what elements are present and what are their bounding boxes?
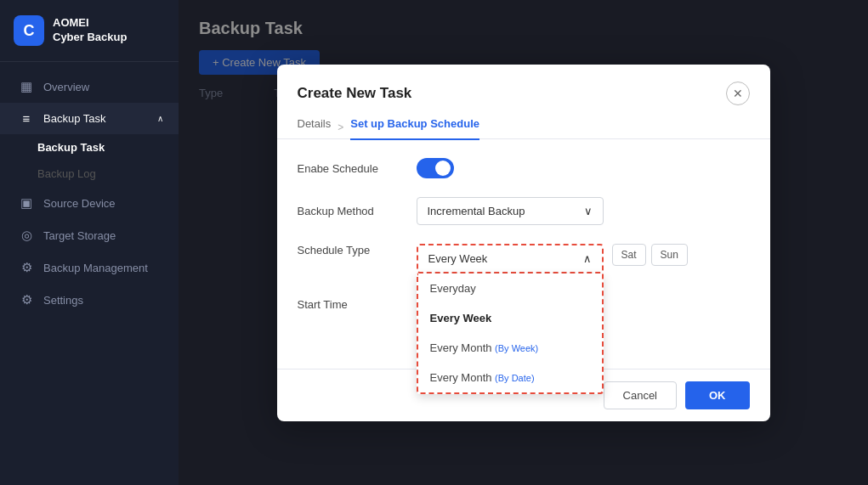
sidebar-logo: C AOMEI Cyber Backup <box>0 0 179 62</box>
backup-method-control: Incremental Backup ∨ <box>417 197 750 225</box>
nav-items: ▦ Overview ≡ Backup Task ∧ Backup Task B… <box>0 62 179 485</box>
tab-details[interactable]: Details <box>298 117 332 140</box>
tab-setup-backup-schedule[interactable]: Set up Backup Schedule <box>350 117 479 140</box>
day-sat-button[interactable]: Sat <box>612 244 646 266</box>
backup-task-icon: ≡ <box>18 111 35 126</box>
sidebar-item-backup-management[interactable]: ⚙ Backup Management <box>0 251 179 284</box>
sidebar-item-backup-log-sub: Backup Log <box>37 161 179 187</box>
settings-icon: ⚙ <box>18 292 35 307</box>
schedule-type-menu: Everyday Every Week Every Month (By Week… <box>417 274 604 394</box>
backup-management-icon: ⚙ <box>18 260 35 275</box>
backup-method-value: Incremental Backup <box>428 205 525 217</box>
start-time-label: Start Time <box>298 298 417 311</box>
option-every-month-by-week[interactable]: Every Month (By Week) <box>418 333 602 363</box>
option-every-month-by-date[interactable]: Every Month (By Date) <box>418 363 602 392</box>
dialog-title: Create New Task <box>298 85 412 102</box>
schedule-type-dropdown[interactable]: Every Week ∧ <box>417 244 604 274</box>
dialog-overlay: Create New Task ✕ Details > Set up Backu… <box>179 0 868 485</box>
enable-schedule-row: Enabe Schedule <box>298 158 750 178</box>
ok-button[interactable]: OK <box>685 381 750 409</box>
sidebar: C AOMEI Cyber Backup ▦ Overview ≡ Backup… <box>0 0 179 485</box>
target-storage-icon: ◎ <box>18 228 35 243</box>
enable-schedule-toggle[interactable] <box>417 158 454 178</box>
dialog-tabs: Details > Set up Backup Schedule <box>277 105 770 140</box>
sidebar-item-settings[interactable]: ⚙ Settings <box>0 284 179 316</box>
schedule-type-value: Every Week <box>428 252 488 265</box>
dropdown-chevron-icon: ∨ <box>584 205 593 217</box>
sidebar-item-source-device[interactable]: ▣ Source Device <box>0 187 179 219</box>
sidebar-item-backup-task[interactable]: ≡ Backup Task ∧ <box>0 103 179 134</box>
source-device-icon: ▣ <box>18 195 35 211</box>
backup-method-label: Backup Method <box>298 205 417 217</box>
app-logo-icon: C <box>14 15 44 46</box>
day-sun-button[interactable]: Sun <box>651 244 688 266</box>
day-buttons: Sat Sun <box>612 244 688 266</box>
enable-schedule-label: Enabe Schedule <box>298 162 417 175</box>
schedule-chevron-icon: ∧ <box>583 252 592 265</box>
schedule-type-row: Schedule Type Every Week ∧ Everyday Ever… <box>298 244 750 274</box>
create-task-dialog: Create New Task ✕ Details > Set up Backu… <box>277 65 770 421</box>
sidebar-item-overview[interactable]: ▦ Overview <box>0 70 179 103</box>
option-by-week-label: (By Week) <box>495 343 538 353</box>
option-by-date-label: (By Date) <box>495 373 534 383</box>
tab-arrow: > <box>338 121 343 133</box>
option-everyday[interactable]: Everyday <box>418 274 602 303</box>
dialog-header: Create New Task ✕ <box>277 65 770 105</box>
app-logo-text: AOMEI Cyber Backup <box>53 16 127 45</box>
overview-icon: ▦ <box>18 79 35 94</box>
enable-schedule-control <box>417 158 750 178</box>
chevron-icon: ∧ <box>157 114 163 123</box>
schedule-type-label: Schedule Type <box>298 244 417 257</box>
backup-method-dropdown[interactable]: Incremental Backup ∨ <box>417 197 604 225</box>
dialog-body: Enabe Schedule Backup Method Incremental… <box>277 139 770 369</box>
option-every-week[interactable]: Every Week <box>418 303 602 333</box>
sidebar-item-backup-task-sub[interactable]: Backup Task <box>37 134 179 161</box>
cancel-button[interactable]: Cancel <box>604 381 677 409</box>
sub-nav: Backup Task Backup Log <box>0 134 179 187</box>
sidebar-item-target-storage[interactable]: ◎ Target Storage <box>0 219 179 251</box>
backup-method-row: Backup Method Incremental Backup ∨ <box>298 197 750 225</box>
schedule-type-control: Every Week ∧ Everyday Every Week Every M… <box>417 244 750 274</box>
close-dialog-button[interactable]: ✕ <box>726 82 750 105</box>
